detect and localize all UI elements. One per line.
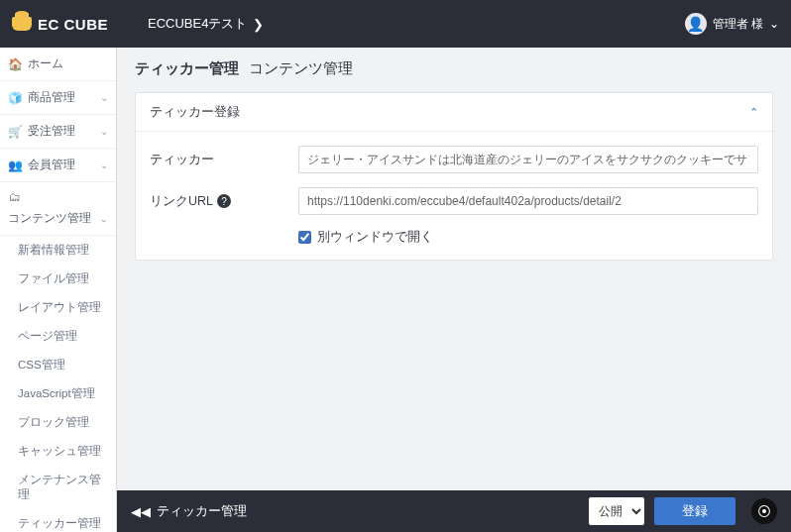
card-header[interactable]: ティッカー登録 ⌃ — [136, 93, 772, 132]
action-footer: ◀◀ ティッカー管理 公開 登録 ⦿ — [117, 490, 791, 532]
label-link: リンクURL ? — [150, 193, 298, 210]
user-menu[interactable]: 👤 管理者 様 ⌄ — [685, 13, 779, 35]
card-body: ティッカー リンクURL ? 別ウィンドウで開く — [136, 132, 772, 260]
sidebar: 🏠 ホーム 🧊 商品管理 ⌄ 🛒 受注管理 ⌄ 👥 会員管理 ⌄ 🗂 コンテンツ… — [0, 48, 117, 532]
rewind-icon: ◀◀ — [131, 504, 151, 519]
visibility-select[interactable]: 公開 — [589, 497, 644, 525]
user-label: 管理者 様 — [713, 16, 763, 33]
link-url-input[interactable] — [298, 187, 758, 215]
chevron-down-icon: ⌄ — [100, 126, 108, 137]
form-row-ticker: ティッカー — [150, 146, 758, 173]
form-row-newwindow: 別ウィンドウで開く — [298, 229, 758, 246]
sidebar-item-label: 商品管理 — [28, 89, 94, 106]
brand-text: EC CUBE — [38, 16, 108, 33]
chevron-up-icon: ⌃ — [749, 106, 758, 119]
site-switcher[interactable]: ECCUBE4テスト ❯ — [148, 15, 264, 33]
sidebar-item-orders[interactable]: 🛒 受注管理 ⌄ — [0, 115, 116, 149]
sidebar-sub-files[interactable]: ファイル管理 — [0, 265, 116, 293]
cart-icon: 🛒 — [8, 125, 22, 139]
ticker-register-card: ティッカー登録 ⌃ ティッカー リンクURL ? 別ウィンドウで開く — [135, 92, 773, 261]
symfony-debug-icon[interactable]: ⦿ — [751, 498, 777, 524]
back-label: ティッカー管理 — [157, 502, 247, 520]
sidebar-sub-maintenance[interactable]: メンテナンス管理 — [0, 466, 116, 509]
cube-icon: 🧊 — [8, 91, 22, 105]
card-header-title: ティッカー登録 — [150, 103, 240, 121]
page-title-main: ティッカー管理 — [135, 59, 239, 76]
sidebar-item-products[interactable]: 🧊 商品管理 ⌄ — [0, 81, 116, 115]
back-link[interactable]: ◀◀ ティッカー管理 — [131, 502, 247, 520]
sidebar-sub-blocks[interactable]: ブロック管理 — [0, 408, 116, 437]
avatar-icon: 👤 — [685, 13, 707, 35]
users-icon: 👥 — [8, 159, 22, 172]
help-icon[interactable]: ? — [217, 194, 231, 208]
page-title-sub: コンテンツ管理 — [249, 59, 353, 76]
chevron-right-icon: ❯ — [253, 17, 264, 32]
main-content: ティッカー管理 コンテンツ管理 ティッカー登録 ⌃ ティッカー リンクURL ? — [117, 48, 791, 490]
chevron-down-icon: ⌄ — [100, 160, 108, 170]
chevron-up-icon: ⌃ — [100, 213, 108, 224]
sidebar-item-home[interactable]: 🏠 ホーム — [0, 48, 116, 81]
admin-header: EC CUBE ECCUBE4テスト ❯ 👤 管理者 様 ⌄ — [0, 0, 791, 48]
site-title-text: ECCUBE4テスト — [148, 15, 247, 33]
sidebar-sub-js[interactable]: JavaScript管理 — [0, 379, 116, 408]
logo-icon — [12, 17, 32, 31]
sidebar-item-content[interactable]: 🗂 コンテンツ管理 ⌃ — [0, 182, 116, 236]
form-row-link: リンクURL ? — [150, 187, 758, 215]
sidebar-sub-ticker[interactable]: ティッカー管理 — [0, 509, 116, 532]
ticker-input[interactable] — [298, 146, 758, 173]
sidebar-item-label: 会員管理 — [28, 157, 94, 173]
sidebar-item-members[interactable]: 👥 会員管理 ⌄ — [0, 149, 116, 182]
brand-logo[interactable]: EC CUBE — [12, 16, 108, 33]
label-ticker: ティッカー — [150, 152, 298, 168]
new-window-checkbox[interactable] — [298, 231, 311, 244]
sidebar-sub-layout[interactable]: レイアウト管理 — [0, 293, 116, 322]
home-icon: 🏠 — [8, 57, 22, 71]
chevron-down-icon: ⌄ — [769, 17, 779, 31]
sidebar-item-label: 受注管理 — [28, 123, 94, 140]
sidebar-submenu-content: 新着情報管理 ファイル管理 レイアウト管理 ページ管理 CSS管理 JavaSc… — [0, 236, 116, 532]
submit-button[interactable]: 登録 — [654, 497, 735, 525]
sidebar-sub-css[interactable]: CSS管理 — [0, 351, 116, 379]
sidebar-sub-news[interactable]: 新着情報管理 — [0, 236, 116, 265]
chevron-down-icon: ⌄ — [100, 92, 108, 103]
sidebar-sub-pages[interactable]: ページ管理 — [0, 322, 116, 351]
sidebar-sub-cache[interactable]: キャッシュ管理 — [0, 437, 116, 466]
folder-icon: 🗂 — [8, 190, 22, 204]
sidebar-item-label: ホーム — [28, 55, 108, 72]
sidebar-item-label: コンテンツ管理 — [8, 210, 94, 227]
new-window-label: 別ウィンドウで開く — [317, 229, 433, 246]
page-title: ティッカー管理 コンテンツ管理 — [135, 59, 773, 78]
label-link-text: リンクURL — [150, 193, 213, 210]
